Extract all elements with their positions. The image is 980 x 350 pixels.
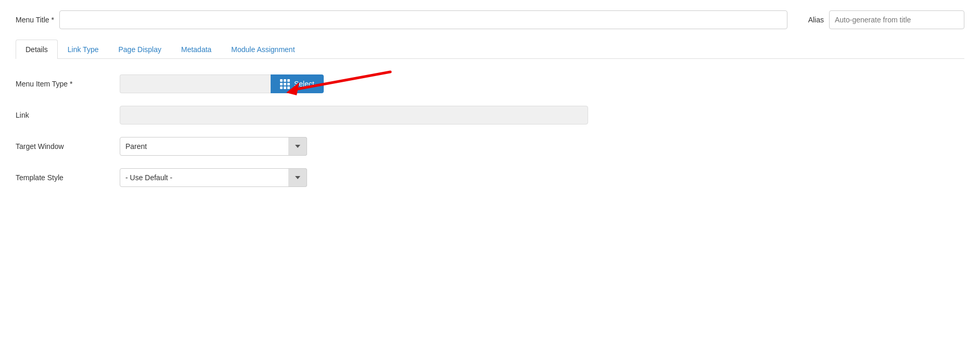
tab-link-type[interactable]: Link Type (58, 40, 109, 59)
menu-item-type-text (120, 74, 271, 93)
menu-title-group: Menu Title * (16, 10, 787, 29)
tab-metadata[interactable]: Metadata (171, 40, 221, 59)
link-label: Link (16, 111, 109, 119)
menu-item-type-control: Select (120, 74, 324, 93)
tab-details[interactable]: Details (16, 40, 58, 59)
link-input[interactable] (120, 106, 588, 124)
target-window-select[interactable]: Parent New Window Popup Window Modal (120, 137, 307, 156)
template-style-row: Template Style - Use Default - (16, 168, 964, 187)
template-style-dropdown-wrapper: - Use Default - (120, 168, 307, 187)
target-window-label: Target Window (16, 142, 109, 151)
tabs-bar: Details Link Type Page Display Metadata … (16, 40, 964, 59)
link-row: Link (16, 106, 964, 124)
menu-item-type-row: Menu Item Type * Select (16, 74, 964, 93)
template-style-control: - Use Default - (120, 168, 307, 187)
target-window-row: Target Window Parent New Window Popup Wi… (16, 137, 964, 156)
target-window-dropdown-wrapper: Parent New Window Popup Window Modal (120, 137, 307, 156)
alias-group: Alias (808, 10, 964, 29)
menu-title-input[interactable] (59, 10, 787, 29)
form-section: Menu Item Type * Select (16, 74, 964, 187)
grid-icon (280, 79, 290, 89)
select-button[interactable]: Select (271, 74, 324, 93)
menu-item-type-label: Menu Item Type * (16, 80, 109, 88)
link-control (120, 106, 588, 124)
tab-page-display[interactable]: Page Display (108, 40, 171, 59)
select-button-label: Select (294, 80, 314, 88)
alias-label: Alias (808, 16, 824, 24)
top-row: Menu Title * Alias (16, 10, 964, 29)
alias-input[interactable] (829, 10, 964, 29)
tab-module-assignment[interactable]: Module Assignment (221, 40, 304, 59)
template-style-label: Template Style (16, 173, 109, 182)
menu-title-label: Menu Title * (16, 16, 54, 24)
target-window-control: Parent New Window Popup Window Modal (120, 137, 307, 156)
template-style-select[interactable]: - Use Default - (120, 168, 307, 187)
